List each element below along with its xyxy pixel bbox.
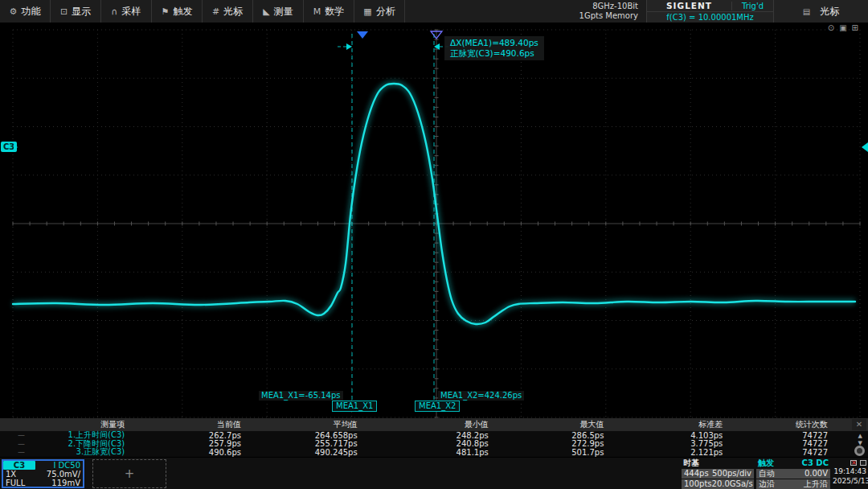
channel-offset: 119mV	[51, 479, 80, 487]
col-header-count: 统计次数	[731, 419, 836, 430]
channel-c3-tab[interactable]: C3	[3, 461, 35, 470]
cursor-dialog-label: 光标	[820, 5, 839, 18]
timebase-scale: 500ps/div	[712, 469, 751, 479]
fullscreen-icon[interactable]: ▣	[839, 23, 851, 32]
analysis-icon: ▦	[363, 6, 371, 17]
measure-max: 501.7ps	[497, 448, 612, 457]
cursor-x1-handle[interactable]: MEA1_X1	[332, 401, 377, 412]
measure-count: 74727	[731, 439, 836, 448]
menu-function[interactable]: ⚙ 功能	[0, 0, 51, 23]
measure-current: 490.6ps	[133, 448, 249, 457]
spec-bandwidth: 8GHz-10Bit	[592, 2, 638, 11]
col-header-item: 测量项	[0, 419, 133, 430]
spec-memory: 1Gpts Memory	[579, 11, 638, 21]
status-bar: C3 I DC50 1X 75.0mV/ FULL 119mV + 时基 444…	[0, 457, 868, 489]
trigger-level: 0.00V	[805, 469, 828, 479]
timebase-points: 100pts	[684, 479, 712, 489]
pulse-width-readout: 正脉宽(C3)=490.6ps	[450, 48, 538, 59]
trigger-flag-icon: ⚑	[162, 6, 170, 17]
col-header-current: 当前值	[133, 419, 249, 430]
timebase-title: 时基	[683, 458, 699, 468]
acquire-icon: ∩	[111, 6, 117, 17]
menu-measure-label: 测量	[274, 5, 293, 18]
col-header-min: 最小值	[366, 419, 497, 430]
measure-std: 4.103ps	[612, 431, 731, 440]
col-header-std: 标准差	[612, 419, 731, 430]
measure-max: 272.9ps	[497, 439, 612, 448]
timebase-delay: 444ps	[684, 469, 709, 479]
menu-acquire[interactable]: ∩ 采样	[101, 0, 152, 23]
cursor-delta-annotation: ΔX(MEA1)=489.40ps 正脉宽(C3)=490.6ps	[444, 36, 544, 60]
menu-cursor-label: 光标	[223, 5, 243, 18]
measure-std: 2.121ps	[612, 448, 731, 457]
measure-min: 240.8ps	[366, 439, 497, 448]
measure-mean: 264.658ps	[249, 431, 366, 440]
menu-trigger-label: 触发	[173, 5, 192, 18]
measure-current: 262.7ps	[133, 431, 249, 440]
siglent-logo: SIGLENT	[647, 1, 731, 10]
measure-current: 257.9ps	[133, 439, 249, 448]
channel-bandwidth: FULL	[6, 479, 25, 487]
clipboard-icon: ▤	[803, 7, 810, 16]
table-controls: ✕ ▲ ▼	[850, 418, 866, 457]
menu-measure[interactable]: ◣ 测量	[253, 0, 304, 23]
measure-max: 286.5ps	[497, 431, 612, 440]
stats-reset-icon[interactable]	[854, 446, 865, 456]
menu-acquire-label: 采样	[122, 5, 141, 18]
menu-function-label: 功能	[21, 5, 40, 18]
clock-panel: ✕ 19:14:43 2025/5/13	[833, 458, 866, 486]
measure-count: 74727	[731, 431, 836, 440]
trigger-slope: 上升沿	[804, 479, 828, 489]
menu-display[interactable]: ⊡ 显示	[51, 0, 101, 23]
frequency-readout: f(C3) = 10.00001MHz	[647, 11, 773, 23]
menu-math-label: 数学	[325, 5, 344, 18]
close-table-icon[interactable]: ✕	[852, 419, 866, 430]
trigger-source: C3 DC	[802, 458, 829, 468]
menu-cursor[interactable]: # 光标	[203, 0, 253, 23]
trigger-level-marker[interactable]	[857, 142, 868, 152]
scope-specs: 8GHz-10Bit 1Gpts Memory	[579, 0, 646, 23]
channel-scale: 75.0mV/	[47, 470, 80, 479]
screen-toolbar[interactable]: ⊙▣⊞	[828, 23, 863, 32]
menu-analysis[interactable]: ▦ 分析	[354, 0, 405, 23]
channel-probe: 1X	[6, 470, 16, 479]
menu-display-label: 显示	[72, 5, 91, 18]
cursor-x2-value: MEA1_X2=424.26ps	[438, 391, 524, 401]
waveform-display: ⊙▣⊞ ΔX(MEA1)=489.40ps 正脉宽(C3)=490.6ps ME…	[0, 23, 868, 418]
add-channel-icon: +	[125, 466, 135, 481]
timebase-samplerate: 20.0GSa/s	[712, 479, 753, 489]
network-status-icons: ✕	[833, 458, 866, 466]
gear-icon: ⚙	[10, 6, 18, 17]
measure-mean: 255.717ps	[249, 439, 366, 448]
delta-x-readout: ΔX(MEA1)=489.40ps	[450, 38, 538, 48]
top-right-cluster: 8GHz-10Bit 1Gpts Memory SIGLENT Trig'd f…	[579, 0, 868, 23]
channel-coupling: I DC50	[53, 461, 80, 470]
trigger-mode: 自动	[759, 469, 775, 479]
flip-page-icon[interactable]: ⊞	[852, 23, 863, 32]
menu-math[interactable]: M 数学	[304, 0, 354, 23]
measure-min: 481.1ps	[366, 448, 497, 457]
clock-date: 2025/5/13	[833, 476, 866, 486]
timebase-panel[interactable]: 时基 444ps 500ps/div 100pts 20.0GSa/s	[682, 458, 754, 489]
table-row[interactable]: — 3.正脉宽(C3) 490.6ps 490.245ps 481.1ps 50…	[0, 448, 868, 457]
trigger-type: 边沿	[759, 479, 775, 489]
cursor-x1-value: MEA1_X1=-65.14ps	[259, 391, 343, 401]
measure-std: 3.775ps	[612, 439, 731, 448]
scroll-up-icon[interactable]: ▲	[858, 433, 862, 439]
channel-c3-offset-marker[interactable]: C3	[1, 142, 17, 152]
cursor-dialog-button[interactable]: ▤ 光标	[773, 0, 868, 23]
screenshot-camera-icon[interactable]: ⊙	[828, 23, 839, 32]
channel-c3-panel[interactable]: C3 I DC50 1X 75.0mV/ FULL 119mV	[2, 459, 84, 488]
col-header-mean: 平均值	[249, 419, 366, 430]
brand-status-block: SIGLENT Trig'd f(C3) = 10.00001MHz	[646, 0, 773, 23]
measure-mean: 490.245ps	[249, 448, 366, 457]
add-channel-slot[interactable]: +	[92, 459, 166, 488]
trigger-panel[interactable]: 触发 C3 DC 自动 0.00V 边沿 上升沿	[756, 458, 830, 489]
measure-count: 74727	[731, 448, 836, 457]
lan-icon	[860, 460, 866, 466]
cursor-x2-handle[interactable]: MEA1_X2	[415, 401, 460, 412]
waveform-svg	[0, 23, 868, 418]
measurement-table: 测量项 当前值 平均值 最小值 最大值 标准差 统计次数 — 1.上升时间(C3…	[0, 418, 868, 457]
col-header-max: 最大值	[497, 419, 612, 430]
menu-trigger[interactable]: ⚑ 触发	[152, 0, 203, 23]
